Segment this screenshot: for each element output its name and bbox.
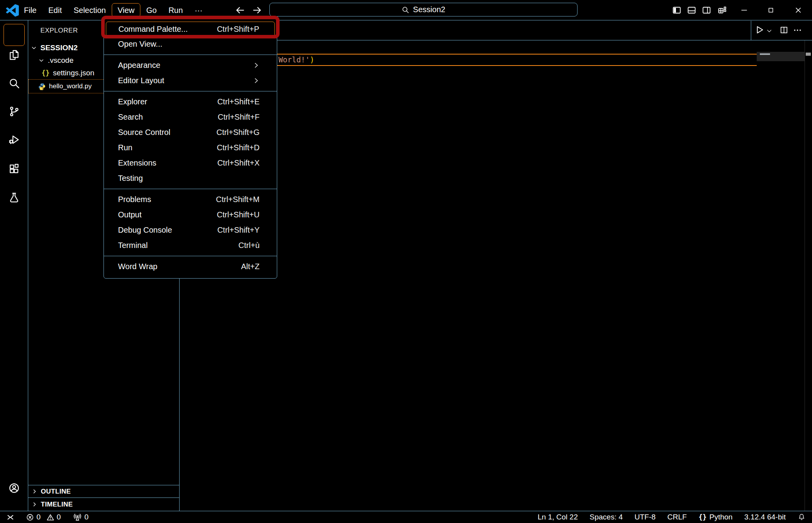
back-arrow-icon[interactable] bbox=[234, 5, 245, 16]
indentation[interactable]: Spaces: 4 bbox=[590, 513, 623, 521]
menu-item-output[interactable]: Output Ctrl+Shift+U bbox=[104, 207, 277, 222]
radio-tower-icon bbox=[73, 513, 82, 521]
menu-item-label: Extensions bbox=[118, 159, 156, 168]
notifications-bell-icon[interactable] bbox=[797, 513, 806, 521]
menu-separator bbox=[104, 256, 277, 256]
scrollbar-thumb[interactable] bbox=[806, 53, 811, 56]
menubar-item-go[interactable]: Go bbox=[140, 3, 163, 17]
run-options-chevron-icon[interactable] bbox=[766, 28, 772, 34]
remote-indicator-icon[interactable] bbox=[6, 514, 15, 521]
timeline-section-header[interactable]: TIMELINE bbox=[28, 497, 180, 511]
menu-item-extensions[interactable]: Extensions Ctrl+Shift+X bbox=[104, 155, 277, 171]
search-value: Session2 bbox=[413, 5, 445, 14]
menu-item-shortcut: Ctrl+Shift+D bbox=[217, 143, 260, 152]
menu-item-label: Source Control bbox=[118, 128, 170, 137]
menu-item-label: Debug Console bbox=[118, 226, 172, 235]
explorer-header: EXPLORER bbox=[40, 27, 78, 35]
menu-item-label: Problems bbox=[118, 195, 151, 204]
status-bar-right: Ln 1, Col 22 Spaces: 4 UTF-8 CRLF {} Pyt… bbox=[538, 513, 806, 521]
run-python-file-button[interactable] bbox=[754, 25, 765, 35]
menu-item-label: Open View... bbox=[118, 40, 162, 49]
minimap-content bbox=[760, 53, 770, 55]
scrollbar-divider bbox=[805, 40, 805, 511]
file-label: hello_world.py bbox=[49, 82, 92, 90]
chevron-right-icon bbox=[32, 488, 38, 494]
command-center-search[interactable]: Session2 bbox=[269, 3, 578, 16]
toggle-primary-sidebar-icon[interactable] bbox=[672, 5, 681, 15]
eol-sequence[interactable]: CRLF bbox=[667, 513, 687, 521]
language-mode[interactable]: {} Python bbox=[699, 513, 733, 521]
extensions-icon[interactable] bbox=[8, 163, 20, 175]
file-label: settings.json bbox=[53, 69, 94, 77]
annotation-highlight-box bbox=[101, 16, 280, 38]
explorer-icon[interactable] bbox=[8, 49, 20, 61]
status-bar: 0 0 0 Ln 1, Col 22 Spaces: 4 UTF-8 CRLF … bbox=[0, 511, 812, 523]
ports-status[interactable]: 0 bbox=[73, 513, 89, 521]
editor-more-actions-icon[interactable] bbox=[793, 26, 802, 35]
menu-item-terminal[interactable]: Terminal Ctrl+ù bbox=[104, 238, 277, 253]
menubar-item-more[interactable]: ··· bbox=[189, 3, 208, 17]
activity-bar bbox=[0, 20, 28, 511]
code-bracket: ) bbox=[310, 55, 314, 64]
menu-item-debug-console[interactable]: Debug Console Ctrl+Shift+Y bbox=[104, 222, 277, 238]
menu-item-label: Run bbox=[118, 143, 133, 152]
search-view-icon[interactable] bbox=[8, 77, 20, 89]
source-control-icon[interactable] bbox=[8, 106, 20, 117]
warnings-icon bbox=[47, 514, 54, 521]
errors-icon bbox=[26, 514, 34, 521]
maximize-icon bbox=[767, 6, 775, 14]
menubar-item-edit[interactable]: Edit bbox=[42, 3, 67, 17]
encoding[interactable]: UTF-8 bbox=[634, 513, 656, 521]
customize-layout-icon[interactable] bbox=[718, 5, 727, 15]
split-editor-icon[interactable] bbox=[779, 26, 788, 35]
account-icon[interactable] bbox=[8, 482, 20, 494]
menu-item-explorer[interactable]: Explorer Ctrl+Shift+E bbox=[104, 94, 277, 109]
errors-count: 0 bbox=[36, 513, 41, 521]
testing-icon[interactable] bbox=[8, 192, 20, 204]
problems-status[interactable]: 0 0 bbox=[26, 513, 61, 521]
chevron-down-icon bbox=[38, 58, 44, 64]
submenu-chevron-icon bbox=[253, 62, 260, 69]
menu-item-shortcut: Ctrl+Shift+U bbox=[217, 210, 260, 219]
python-interpreter[interactable]: 3.12.4 64-bit bbox=[744, 513, 786, 521]
menu-item-open-view[interactable]: Open View... bbox=[104, 36, 277, 52]
cursor-position[interactable]: Ln 1, Col 22 bbox=[538, 513, 578, 521]
forward-arrow-icon[interactable] bbox=[252, 5, 263, 16]
run-debug-icon[interactable] bbox=[8, 134, 20, 146]
menu-item-shortcut: Ctrl+ù bbox=[238, 241, 260, 250]
minimize-button[interactable] bbox=[736, 0, 753, 20]
menu-item-testing[interactable]: Testing bbox=[104, 171, 277, 186]
menu-item-label: Editor Layout bbox=[118, 76, 164, 85]
menubar-item-selection[interactable]: Selection bbox=[68, 3, 112, 17]
menubar-item-file[interactable]: File bbox=[18, 3, 42, 17]
toggle-panel-icon[interactable] bbox=[687, 5, 696, 15]
menu-item-source-control[interactable]: Source Control Ctrl+Shift+G bbox=[104, 125, 277, 140]
menu-item-label: Testing bbox=[118, 174, 143, 183]
menu-item-search[interactable]: Search Ctrl+Shift+F bbox=[104, 109, 277, 125]
menu-item-shortcut: Ctrl+Shift+F bbox=[218, 113, 260, 122]
chevron-down-icon bbox=[31, 45, 37, 51]
menubar-item-run[interactable]: Run bbox=[163, 3, 189, 17]
toggle-secondary-sidebar-icon[interactable] bbox=[702, 5, 711, 15]
warnings-count: 0 bbox=[57, 513, 61, 521]
menu-item-appearance[interactable]: Appearance bbox=[104, 58, 277, 73]
menubar-item-view[interactable]: View bbox=[112, 3, 140, 17]
outline-section-header[interactable]: OUTLINE bbox=[28, 485, 180, 497]
folder-label: .vscode bbox=[48, 56, 73, 65]
maximize-button[interactable] bbox=[762, 0, 779, 20]
menu-item-label: Output bbox=[118, 210, 142, 219]
toolbar-separator bbox=[751, 21, 751, 40]
menu-item-editor-layout[interactable]: Editor Layout bbox=[104, 73, 277, 88]
menu-item-shortcut: Ctrl+Shift+X bbox=[217, 159, 260, 168]
menu-item-problems[interactable]: Problems Ctrl+Shift+M bbox=[104, 192, 277, 207]
menu-item-word-wrap[interactable]: Word Wrap Alt+Z bbox=[104, 259, 277, 274]
section-label: TIMELINE bbox=[41, 501, 73, 508]
menu-item-label: Search bbox=[118, 113, 143, 122]
active-view-indicator bbox=[4, 24, 25, 46]
chevron-right-icon bbox=[32, 501, 38, 507]
menu-item-run[interactable]: Run Ctrl+Shift+D bbox=[104, 140, 277, 155]
close-button[interactable] bbox=[790, 0, 807, 20]
vscode-window: File Edit Selection View Go Run ··· Sess… bbox=[0, 0, 812, 523]
menu-item-label: Explorer bbox=[118, 97, 147, 106]
close-icon bbox=[794, 6, 803, 15]
